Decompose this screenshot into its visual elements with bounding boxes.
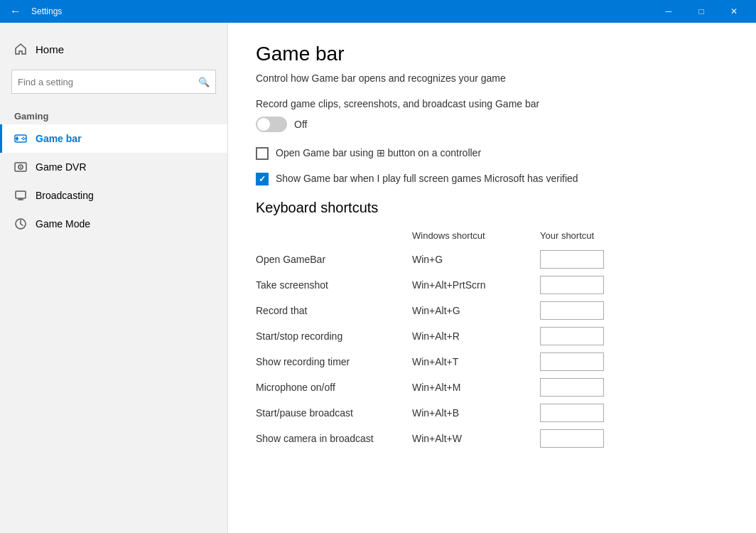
content-area: Game bar Control how Game bar opens and … xyxy=(227,23,756,533)
record-toggle-row: Off xyxy=(256,117,728,132)
close-button[interactable]: ✕ xyxy=(718,0,750,23)
app-body: Home 🔍 Gaming Game bar xyxy=(0,23,756,533)
shortcut-custom-cell xyxy=(540,323,728,349)
svg-point-5 xyxy=(23,139,24,141)
broadcasting-icon xyxy=(14,189,27,202)
sidebar-category-label: Gaming xyxy=(0,105,227,124)
shortcut-custom-input[interactable] xyxy=(540,276,604,294)
shortcut-custom-input[interactable] xyxy=(540,352,604,371)
col-action xyxy=(256,227,412,247)
col-yours: Your shortcut xyxy=(540,227,728,247)
shortcut-action: Record that xyxy=(256,298,412,323)
svg-rect-2 xyxy=(16,138,18,139)
toggle-state-label: Off xyxy=(294,119,307,130)
sidebar-item-game-mode[interactable]: Game Mode xyxy=(0,210,227,238)
table-row: Record that Win+Alt+G xyxy=(256,298,728,323)
toggle-section-label: Record game clips, screenshots, and broa… xyxy=(256,98,728,109)
sidebar-label-broadcasting: Broadcasting xyxy=(36,190,94,201)
shortcut-custom-input[interactable] xyxy=(540,301,604,320)
shortcut-custom-cell xyxy=(540,272,728,298)
game-mode-icon xyxy=(14,217,27,230)
titlebar: ← Settings ─ □ ✕ xyxy=(0,0,756,23)
shortcut-custom-input[interactable] xyxy=(540,327,604,345)
shortcut-custom-cell xyxy=(540,400,728,426)
minimize-button[interactable]: ─ xyxy=(652,0,685,23)
fullscreen-checkbox-row: Show Game bar when I play full screen ga… xyxy=(256,172,728,186)
table-row: Show camera in broadcast Win+Alt+W xyxy=(256,426,728,451)
table-row: Take screenshot Win+Alt+PrtScrn xyxy=(256,272,728,298)
table-row: Start/stop recording Win+Alt+R xyxy=(256,323,728,349)
shortcut-windows: Win+Alt+W xyxy=(412,426,540,451)
window-controls: ─ □ ✕ xyxy=(652,0,750,23)
shortcut-windows: Win+Alt+PrtScrn xyxy=(412,272,540,298)
record-toggle[interactable] xyxy=(256,117,287,132)
shortcut-action: Microphone on/off xyxy=(256,375,412,400)
search-icon: 🔍 xyxy=(198,77,210,87)
fullscreen-checkbox[interactable] xyxy=(256,173,269,185)
svg-point-3 xyxy=(23,137,24,139)
controller-checkbox-row: Open Game bar using ⊞ button on a contro… xyxy=(256,146,728,161)
shortcut-action: Open GameBar xyxy=(256,247,412,272)
shortcut-action: Show camera in broadcast xyxy=(256,426,412,451)
shortcut-custom-cell xyxy=(540,426,728,451)
shortcuts-title: Keyboard shortcuts xyxy=(256,200,728,216)
sidebar-label-game-mode: Game Mode xyxy=(36,218,90,230)
controller-checkbox[interactable] xyxy=(256,147,269,160)
table-row: Open GameBar Win+G xyxy=(256,247,728,272)
home-icon xyxy=(14,43,27,55)
controller-checkbox-label: Open Game bar using ⊞ button on a contro… xyxy=(276,146,481,161)
shortcut-action: Take screenshot xyxy=(256,272,412,298)
table-row: Microphone on/off Win+Alt+M xyxy=(256,375,728,400)
col-windows: Windows shortcut xyxy=(412,227,540,247)
sidebar-label-game-dvr: Game DVR xyxy=(36,161,87,173)
maximize-button[interactable]: □ xyxy=(685,0,718,23)
sidebar-item-broadcasting[interactable]: Broadcasting xyxy=(0,181,227,210)
game-dvr-icon xyxy=(14,161,27,173)
sidebar-label-game-bar: Game bar xyxy=(36,133,82,144)
svg-point-9 xyxy=(20,166,21,168)
svg-rect-10 xyxy=(16,191,26,198)
fullscreen-checkbox-label: Show Game bar when I play full screen ga… xyxy=(276,172,578,186)
page-title: Game bar xyxy=(256,43,728,65)
shortcut-windows: Win+Alt+B xyxy=(412,400,540,426)
shortcut-custom-input[interactable] xyxy=(540,429,604,448)
sidebar-item-game-dvr[interactable]: Game DVR xyxy=(0,153,227,181)
sidebar-search-box[interactable]: 🔍 xyxy=(11,70,216,94)
shortcut-windows: Win+Alt+T xyxy=(412,349,540,375)
shortcut-windows: Win+Alt+G xyxy=(412,298,540,323)
svg-point-4 xyxy=(24,138,26,139)
shortcut-action: Show recording timer xyxy=(256,349,412,375)
search-input[interactable] xyxy=(18,77,198,87)
shortcut-windows: Win+Alt+R xyxy=(412,323,540,349)
shortcut-custom-cell xyxy=(540,247,728,272)
game-bar-icon xyxy=(14,132,27,145)
shortcut-custom-cell xyxy=(540,349,728,375)
shortcut-action: Start/stop recording xyxy=(256,323,412,349)
svg-point-6 xyxy=(21,138,23,139)
titlebar-title: Settings xyxy=(31,6,652,16)
sidebar-item-game-bar[interactable]: Game bar xyxy=(0,124,227,153)
table-row: Show recording timer Win+Alt+T xyxy=(256,349,728,375)
shortcut-custom-input[interactable] xyxy=(540,404,604,422)
shortcut-action: Start/pause broadcast xyxy=(256,400,412,426)
shortcut-windows: Win+Alt+M xyxy=(412,375,540,400)
shortcut-custom-cell xyxy=(540,375,728,400)
shortcut-custom-cell xyxy=(540,298,728,323)
shortcut-custom-input[interactable] xyxy=(540,250,604,269)
back-button[interactable]: ← xyxy=(6,1,26,21)
page-subtitle: Control how Game bar opens and recognize… xyxy=(256,72,728,84)
sidebar: Home 🔍 Gaming Game bar xyxy=(0,23,227,533)
table-row: Start/pause broadcast Win+Alt+B xyxy=(256,400,728,426)
sidebar-item-home[interactable]: Home xyxy=(0,34,227,64)
shortcuts-table: Windows shortcut Your shortcut Open Game… xyxy=(256,227,728,451)
sidebar-home-label: Home xyxy=(36,43,64,55)
shortcut-windows: Win+G xyxy=(412,247,540,272)
shortcut-custom-input[interactable] xyxy=(540,378,604,397)
